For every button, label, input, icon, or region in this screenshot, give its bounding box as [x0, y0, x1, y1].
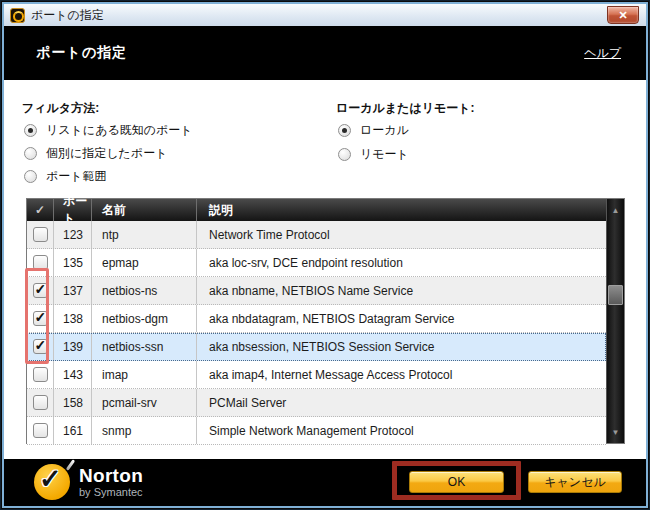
- filter-method-label: フィルタ方法:: [22, 100, 99, 117]
- scroll-up-button[interactable]: ▲: [607, 199, 624, 221]
- table-row[interactable]: 135 epmap aka loc-srv, DCE endpoint reso…: [27, 249, 606, 277]
- scroll-down-icon: ▼: [612, 428, 620, 437]
- radio-icon: [338, 124, 351, 137]
- window-title: ポートの指定: [31, 7, 104, 24]
- table-row[interactable]: 158 pcmail-srv PCMail Server: [27, 389, 606, 417]
- radio-icon: [338, 148, 351, 161]
- table-row[interactable]: 137 netbios-ns aka nbname, NETBIOS Name …: [27, 277, 606, 305]
- scrollbar-thumb[interactable]: [608, 285, 623, 305]
- row-description: aka nbsession, NETBIOS Session Service: [197, 333, 606, 360]
- row-checkbox[interactable]: [33, 311, 48, 326]
- row-checkbox-cell: [27, 417, 54, 444]
- table-row[interactable]: 161 snmp Simple Network Management Proto…: [27, 417, 606, 445]
- ports-table: ✓ ポート 名前 説明 123 ntp Network Time Protoco…: [26, 198, 625, 444]
- vertical-scrollbar[interactable]: ▲ ▼: [606, 199, 624, 443]
- radio-local[interactable]: ローカル: [338, 122, 409, 139]
- table-header: ✓ ポート 名前 説明: [27, 199, 606, 221]
- row-name: epmap: [92, 249, 197, 276]
- column-header-name: 名前: [92, 199, 197, 221]
- table-row[interactable]: 123 ntp Network Time Protocol: [27, 221, 606, 249]
- row-port: 135: [54, 249, 92, 276]
- row-checkbox[interactable]: [33, 423, 48, 438]
- ports-table-main: ✓ ポート 名前 説明 123 ntp Network Time Protoco…: [27, 199, 606, 443]
- norton-app-icon: [10, 8, 25, 23]
- row-description: aka loc-srv, DCE endpoint resolution: [197, 249, 606, 276]
- row-description: PCMail Server: [197, 389, 606, 416]
- column-header-port: ポート: [54, 199, 92, 221]
- norton-brand: ✓ Norton by Symantec: [34, 464, 143, 500]
- row-checkbox[interactable]: [33, 255, 48, 270]
- local-remote-label: ローカルまたはリモート:: [336, 100, 475, 117]
- radio-label: ローカル: [360, 122, 409, 139]
- row-checkbox[interactable]: [33, 367, 48, 382]
- row-checkbox-cell: [27, 305, 54, 332]
- radio-label: リモート: [360, 146, 409, 163]
- row-checkbox[interactable]: [33, 339, 48, 354]
- cancel-button[interactable]: キャンセル: [528, 471, 622, 493]
- row-port: 139: [54, 333, 92, 360]
- row-name: netbios-ns: [92, 277, 197, 304]
- dialog-footer: ✓ Norton by Symantec OK キャンセル: [4, 459, 646, 508]
- row-description: Network Time Protocol: [197, 221, 606, 248]
- scrollbar-track[interactable]: [607, 221, 624, 421]
- row-port: 143: [54, 361, 92, 388]
- row-name: ntp: [92, 221, 197, 248]
- radio-remote[interactable]: リモート: [338, 146, 409, 163]
- row-checkbox[interactable]: [33, 395, 48, 410]
- page-title: ポートの指定: [36, 44, 127, 62]
- table-row[interactable]: 139 netbios-ssn aka nbsession, NETBIOS S…: [27, 333, 606, 361]
- row-name: netbios-dgm: [92, 305, 197, 332]
- row-checkbox-cell: [27, 389, 54, 416]
- row-name: pcmail-srv: [92, 389, 197, 416]
- norton-brush-detail: [66, 459, 75, 471]
- norton-logo-icon: ✓: [34, 464, 70, 500]
- row-port: 158: [54, 389, 92, 416]
- norton-check-glyph: ✓: [39, 463, 62, 495]
- radio-icon: [24, 124, 37, 137]
- row-checkbox-cell: [27, 333, 54, 360]
- table-body: 123 ntp Network Time Protocol 135 epmap …: [27, 221, 606, 445]
- help-link[interactable]: ヘルプ: [584, 45, 621, 62]
- close-icon: ✕: [618, 9, 627, 21]
- table-row[interactable]: 138 netbios-dgm aka nbdatagram, NETBIOS …: [27, 305, 606, 333]
- row-description: aka nbdatagram, NETBIOS Datagram Service: [197, 305, 606, 332]
- column-header-description: 説明: [197, 199, 606, 221]
- radio-label: 個別に指定したポート: [46, 145, 167, 162]
- dialog-content: フィルタ方法: リストにある既知のポート 個別に指定したポート ポート範囲 ロー…: [4, 80, 646, 459]
- row-checkbox-cell: [27, 249, 54, 276]
- row-description: Simple Network Management Protocol: [197, 417, 606, 444]
- port-specification-dialog: ポートの指定 ✕ ポートの指定 ヘルプ フィルタ方法: リストにある既知のポート…: [0, 0, 650, 510]
- row-name: imap: [92, 361, 197, 388]
- row-port: 137: [54, 277, 92, 304]
- table-row[interactable]: 143 imap aka imap4, Internet Message Acc…: [27, 361, 606, 389]
- row-port: 138: [54, 305, 92, 332]
- scroll-up-icon: ▲: [612, 206, 620, 215]
- dialog-header: ポートの指定 ヘルプ: [4, 26, 646, 80]
- row-name: snmp: [92, 417, 197, 444]
- radio-individual-ports[interactable]: 個別に指定したポート: [24, 145, 167, 162]
- brand-name: Norton: [79, 466, 143, 486]
- radio-known-ports[interactable]: リストにある既知のポート: [24, 122, 193, 139]
- ok-button[interactable]: OK: [409, 471, 504, 493]
- row-description: aka imap4, Internet Message Access Proto…: [197, 361, 606, 388]
- radio-label: ポート範囲: [46, 168, 107, 185]
- row-checkbox[interactable]: [33, 227, 48, 242]
- brand-text: Norton by Symantec: [79, 466, 143, 498]
- row-checkbox-cell: [27, 361, 54, 388]
- row-port: 161: [54, 417, 92, 444]
- column-header-check: ✓: [27, 199, 54, 221]
- row-name: netbios-ssn: [92, 333, 197, 360]
- close-button[interactable]: ✕: [607, 6, 639, 24]
- brand-byline: by Symantec: [79, 486, 143, 498]
- row-checkbox-cell: [27, 277, 54, 304]
- radio-icon: [24, 147, 37, 160]
- titlebar: ポートの指定 ✕: [4, 4, 646, 26]
- row-checkbox-cell: [27, 221, 54, 248]
- scroll-down-button[interactable]: ▼: [607, 421, 624, 443]
- radio-icon: [24, 170, 37, 183]
- row-checkbox[interactable]: [33, 283, 48, 298]
- row-port: 123: [54, 221, 92, 248]
- radio-label: リストにある既知のポート: [46, 122, 193, 139]
- radio-port-range[interactable]: ポート範囲: [24, 168, 107, 185]
- row-description: aka nbname, NETBIOS Name Service: [197, 277, 606, 304]
